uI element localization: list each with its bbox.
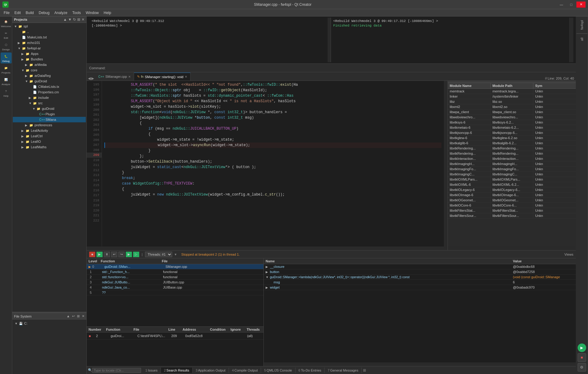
filesystem-icon-4[interactable]: ✕: [82, 314, 85, 318]
table-row[interactable]: libvtkalglib-6libvtkalglib-6.2...Unkn: [448, 141, 576, 146]
tree-item-plugin[interactable]: C++ Plugin: [13, 111, 86, 117]
tab-todo[interactable]: 6To-Do Entries: [296, 368, 325, 373]
table-row[interactable]: libvtkmetaio-6libvtkmetaio-6.2...Unkn: [448, 125, 576, 130]
tab-close[interactable]: ✕: [128, 75, 131, 78]
table-row[interactable]: libvtkInteraction...libvtkInteraction...…: [448, 156, 576, 161]
debug-stop-btn[interactable]: ■: [89, 252, 95, 257]
bp-row-1[interactable]: ● 2 guiDroi... C:\test\FW4SPL\... 209 0x…: [87, 333, 263, 340]
debug-views[interactable]: Views: [564, 253, 573, 256]
tab-app-output[interactable]: 3Application Output: [193, 368, 229, 373]
editor-hscroll[interactable]: [87, 246, 448, 250]
tab-general-messages[interactable]: 7General Messages: [325, 368, 361, 373]
menu-tools[interactable]: Tools: [70, 10, 83, 16]
menu-analyze[interactable]: Analyze: [52, 10, 70, 16]
sidebar-projects[interactable]: 📁 Projects: [1, 64, 12, 75]
code-container[interactable]: 195 196 197 198 199 200 201 202 203 204 …: [87, 81, 448, 246]
vars-expand[interactable]: ▼: [266, 275, 270, 279]
menu-file[interactable]: File: [1, 10, 12, 16]
vars-row-closure[interactable]: ▶ __closure @0xabbdbc68: [264, 264, 576, 269]
table-row[interactable]: libvtkIOCore-6libvtkIOCore-6...Unkn: [448, 203, 576, 208]
table-row[interactable]: libvtkFiltersStat...libvtkFiltersStat...…: [448, 208, 576, 213]
maximize-button[interactable]: □: [567, 2, 576, 8]
menu-window[interactable]: Window: [83, 10, 101, 16]
play-btn[interactable]: ▶: [578, 343, 586, 352]
modules-hscroll[interactable]: [448, 246, 576, 250]
tab-smanager-starting[interactable]: ✎ fn SManager::starting(): void ✕: [134, 73, 191, 81]
debug-step-over-btn[interactable]: ↩: [111, 252, 117, 257]
filesystem-icon-2[interactable]: ↩: [72, 314, 75, 318]
projects-icon-add[interactable]: ⊞: [77, 17, 80, 22]
all-label-2[interactable]: all: [580, 35, 584, 43]
tree-item-guidroid[interactable]: ▼ 📁 guiDroid: [13, 78, 86, 84]
debug-continue-btn[interactable]: ▷: [133, 252, 139, 257]
output-scrollbar[interactable]: [328, 18, 331, 62]
table-row[interactable]: libvtkIOImage-6libvtkIOImage-6...Unkn: [448, 192, 576, 198]
vars-hscroll[interactable]: [264, 362, 576, 366]
stack-content[interactable]: ▶ 0 guiDroid::SMan... SManager.cpp 1 std…: [87, 264, 263, 326]
table-row[interactable]: libvtkIOXML-6libvtkIOXML-6.2...Unkn: [448, 182, 576, 187]
sidebar-welcome[interactable]: 🏠 Welcome: [1, 18, 12, 29]
tree-item-ardatareg[interactable]: ▶ 📁 arDataReg: [13, 73, 86, 78]
vars-row-button[interactable]: ▶ button @0xabbd7258: [264, 269, 576, 275]
editor-vscroll[interactable]: [444, 81, 448, 246]
table-row[interactable]: memtrackmemtrack.tegra...Unkn: [448, 89, 576, 94]
bp-content[interactable]: ● 2 guiDroi... C:\test\FW4SPL\... 209 0x…: [87, 333, 263, 340]
tree-item-leafactivity[interactable]: ▶ 📁 LeafActivity: [13, 128, 86, 133]
tree-item-smanager[interactable]: C++ SMana: [13, 117, 86, 122]
stack-row-2[interactable]: 2 std::function<vo... functional: [87, 275, 263, 280]
tree-item-leafmaths[interactable]: ▶ 📁 LeafMaths: [13, 144, 86, 150]
tree-item-cmakelists[interactable]: 📄 CMakeLists.tx: [13, 84, 86, 89]
vars-row-msg[interactable]: msg 6: [264, 280, 576, 285]
debug-step-out-btn[interactable]: ▶: [126, 252, 132, 257]
filesystem-icon-3[interactable]: ⊞: [77, 314, 80, 318]
table-row[interactable]: libvtksys-6libvtksys-6.2...Unkn: [448, 120, 576, 125]
tab-close[interactable]: ✕: [185, 75, 187, 78]
projects-icon-down[interactable]: ▼: [68, 17, 72, 22]
stack-row-4[interactable]: 4 ndkGui::Java_co... JUIBase.cpp: [87, 285, 263, 290]
tree-item-core[interactable]: ▼ 📁 core: [13, 67, 86, 73]
search-input[interactable]: [92, 368, 141, 373]
all-label[interactable]: fw4spl: [580, 18, 584, 32]
tree-item-echo101[interactable]: ▶ 📁 echo101: [13, 40, 86, 45]
stack-row-1[interactable]: 1 std::_Function_h... functional: [87, 269, 263, 275]
sidebar-analyze[interactable]: 📊 Analyze: [1, 76, 12, 87]
tab-split-icon[interactable]: #: [545, 76, 547, 81]
output-right-scrollbar[interactable]: [569, 18, 573, 62]
menu-debug[interactable]: Debug: [36, 10, 52, 16]
vars-expand[interactable]: ▶: [266, 265, 270, 268]
table-row[interactable]: libvtkIOGeomet...libvtkIOGeomet...Unkn: [448, 198, 576, 203]
table-row[interactable]: linker/system/bin/linkerUnkn: [448, 94, 576, 99]
sidebar-edit[interactable]: ✏ Edit: [1, 29, 12, 40]
close-button[interactable]: ✕: [576, 2, 586, 8]
stack-row-0[interactable]: ▶ 0 guiDroid::SMan... SManager.cpp: [87, 264, 263, 269]
tree-item-dotdot[interactable]: 📁 ..: [13, 29, 86, 34]
modules-hscroll-track[interactable]: [448, 246, 576, 250]
table-row[interactable]: libxml2libxml2.soUnkn: [448, 104, 576, 110]
stop-btn[interactable]: ■: [578, 353, 586, 362]
table-row[interactable]: libvtkIOLegacy-6libvtkIOLegacy-6...Unkn: [448, 187, 576, 192]
tree-item-preferences[interactable]: ▶ 📁 preferences: [13, 122, 86, 128]
vars-expand[interactable]: ▶: [266, 270, 270, 274]
tab-issues[interactable]: 1Issues: [142, 368, 161, 373]
tree-item-properties[interactable]: 📄 Properties.cm: [13, 89, 86, 95]
vars-row-widget[interactable]: ▶ widget @0xabadc970: [264, 285, 576, 290]
table-row[interactable]: libwpa_clientlibwpa_client.soUnkn: [448, 110, 576, 115]
code-content[interactable]: SLM_ASSERT(" the slot <<HasSlotId<< " "n…: [102, 81, 444, 246]
table-row[interactable]: libvtkglew-6libvtkglew-6.2.soUnkn: [448, 135, 576, 141]
tab-search-results[interactable]: 2Search Results: [161, 368, 193, 373]
tree-item-armedia[interactable]: ▶ 📁 arMedia: [13, 62, 86, 67]
table-row[interactable]: libvtkImagingC...libvtkImagingC...Unkn: [448, 172, 576, 177]
debug-step-into-btn[interactable]: ↪: [118, 252, 125, 257]
tree-item-leafio[interactable]: ▶ 📁 LeafIO: [13, 139, 86, 144]
filesystem-c-drive[interactable]: ▼ 💾 C:: [13, 321, 85, 326]
tree-item-guidroid-src[interactable]: ▼ 📁 guiDroid: [13, 106, 86, 111]
projects-icon-close[interactable]: ✕: [82, 17, 85, 22]
thread-selector[interactable]: Threads: #1: [145, 252, 172, 257]
tree-item-bundles[interactable]: ▶ 📁 Bundles: [13, 56, 86, 62]
tree-item-makelists[interactable]: 📄 MakeLists.txt: [13, 34, 86, 40]
table-row[interactable]: libvtkRendering...libvtkRendering...Unkn: [448, 151, 576, 156]
sidebar-debug[interactable]: 🐛 Debug: [1, 52, 12, 63]
tab-qml-console[interactable]: 5QML/JS Console: [261, 368, 295, 373]
vars-expand[interactable]: ▶: [266, 286, 270, 289]
projects-icon-refresh[interactable]: ↻: [73, 17, 76, 22]
